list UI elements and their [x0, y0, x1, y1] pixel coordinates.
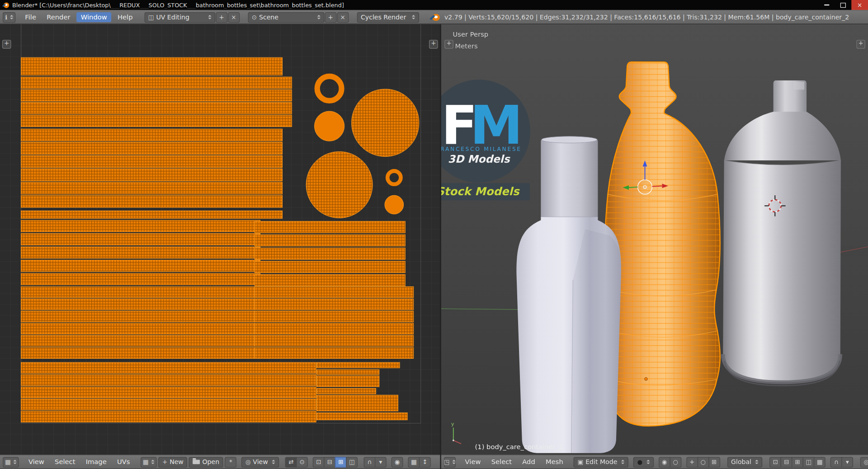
shading-select[interactable]: ● [633, 457, 654, 467]
delete-scene-button[interactable]: × [337, 12, 349, 22]
pivot-center-button[interactable]: ◉ [659, 457, 670, 467]
uv-menu-view[interactable]: View [24, 457, 48, 467]
vp-menu-view[interactable]: View [461, 457, 485, 467]
opengl-render-button[interactable]: ◎ [860, 457, 868, 467]
menu-help[interactable]: Help [113, 12, 137, 22]
vp-menu-add[interactable]: Add [518, 457, 540, 467]
uv-scopes-button[interactable]: ↕ [419, 457, 431, 467]
updown-arrows-icon [646, 460, 650, 464]
uv-menu-uvs[interactable]: UVs [113, 457, 134, 467]
window-title: Blender* [C:\Users\franc\Desktop\___REDU… [12, 2, 344, 9]
uv-pivot-value: View [253, 458, 268, 466]
uv-display-group: ▦ ↕ [408, 457, 431, 467]
snap-target-button[interactable]: ▾ [842, 457, 854, 467]
maximize-button[interactable] [835, 0, 852, 10]
uv-menu-image[interactable]: Image [81, 457, 111, 467]
uv-menu-select[interactable]: Select [50, 457, 80, 467]
image-open-button[interactable]: Open [189, 457, 223, 467]
units-label: Meters [455, 42, 478, 50]
orientation-value: Global [731, 458, 751, 466]
snap-button[interactable]: ∩ [830, 457, 842, 467]
uv-proportional-edit-button[interactable]: ◉ [392, 457, 403, 467]
vp-menu-mesh[interactable]: Mesh [541, 457, 567, 467]
vp-menu-select[interactable]: Select [487, 457, 516, 467]
viewport-canvas[interactable]: F M FRANCESCO MILANESE 3D Models Stock M… [441, 24, 868, 455]
translate-manipulator-button[interactable]: + [686, 457, 698, 467]
viewport-editor-icon: ◳ [444, 458, 450, 465]
mode-value: Edit Mode [585, 458, 617, 466]
uv-sticky-select-button[interactable]: ⊙ [296, 457, 308, 467]
watermark-name: FRANCESCO MILANESE [441, 146, 522, 152]
uv-snap-group: ∩ ▾ [364, 457, 387, 467]
folder-icon [193, 460, 200, 464]
limit-select-button[interactable]: ▦ [814, 457, 826, 467]
uv-draw-type-button[interactable]: ▦ [408, 457, 420, 467]
uv-edge-mode-button[interactable]: ⊟ [324, 457, 335, 467]
viewport-header: ◳ View Select Add Mesh ▣ Edit Mode ● ◉ ○… [441, 455, 868, 469]
mode-select[interactable]: ▣ Edit Mode [574, 457, 628, 467]
menu-render[interactable]: Render [42, 12, 75, 22]
minimize-icon [824, 5, 829, 5]
image-pin-button[interactable]: * [225, 457, 236, 467]
image-new-button[interactable]: + New [158, 457, 187, 467]
uv-sync-select-button[interactable]: ⇄ [285, 457, 297, 467]
select-mode-group: ⊡ ⊟ ⊞ ◫ ▦ [769, 457, 826, 467]
uv-island-mode-button[interactable]: ◫ [346, 457, 358, 467]
rotate-manipulator-button[interactable]: ○ [697, 457, 709, 467]
scale-manipulator-button[interactable]: ⊞ [708, 457, 720, 467]
scene-select[interactable]: ⊙ Scene [248, 12, 324, 22]
image-open-label: Open [203, 458, 220, 466]
menu-window[interactable]: Window [76, 12, 112, 22]
occlude-button[interactable]: ◫ [803, 457, 815, 467]
minimize-button[interactable] [818, 0, 835, 10]
uv-editor-type-select[interactable]: ▦ [3, 457, 19, 467]
pivot-align-button[interactable]: ○ [670, 457, 681, 467]
toolshelf-expand-icon[interactable]: + [444, 40, 453, 49]
screen-layout-icon: ◫ [148, 14, 154, 21]
stats-text: v2.79 | Verts:15,620/15,620 | Edges:31,2… [444, 13, 849, 21]
region-expand-right-icon[interactable]: + [429, 40, 438, 49]
blender-app-icon [2, 1, 9, 9]
uv-snap-target-button[interactable]: ▾ [375, 457, 387, 467]
image-browse-button[interactable]: ▦ [141, 457, 157, 467]
image-new-label: New [170, 458, 184, 466]
face-select-button[interactable]: ⊞ [792, 457, 803, 467]
updown-arrows-icon [208, 15, 211, 19]
svg-text:y: y [451, 421, 454, 427]
add-layout-button[interactable]: + [216, 12, 227, 22]
uv-canvas[interactable] [0, 24, 440, 455]
solid-shading-icon: ● [637, 458, 642, 465]
active-object-label: (1) body_care_container_2 [475, 443, 563, 450]
add-scene-button[interactable]: + [325, 12, 336, 22]
edge-select-button[interactable]: ⊟ [781, 457, 793, 467]
datablock-icon: ▦ [143, 458, 149, 465]
updown-arrows-icon [412, 15, 415, 19]
render-engine-select[interactable]: Cycles Render [357, 12, 419, 22]
viewport-editor-type-select[interactable]: ◳ [444, 457, 456, 467]
image-editor-icon: ▦ [5, 458, 11, 465]
updown-arrows-icon [453, 460, 456, 464]
plus-icon: + [162, 458, 167, 465]
delete-layout-button[interactable]: × [228, 12, 240, 22]
region-expand-left-icon[interactable]: + [2, 40, 11, 49]
properties-expand-icon[interactable]: + [856, 40, 865, 49]
uv-pivot-select[interactable]: ◎ View [241, 457, 279, 467]
vertex-select-button[interactable]: ⊡ [769, 457, 781, 467]
close-button[interactable]: × [851, 0, 868, 10]
scene-icon: ⊙ [252, 14, 257, 21]
uv-sync-group: ⇄ ⊙ [285, 457, 308, 467]
menu-file[interactable]: File [21, 12, 41, 22]
screen-layout-select[interactable]: ◫ UV Editing [144, 12, 215, 22]
orientation-select[interactable]: Global [727, 457, 763, 467]
scene-widget: ⊙ Scene + × [248, 12, 349, 22]
updown-arrows-icon [14, 460, 17, 464]
manipulator-group: + ○ ⊞ [686, 457, 720, 467]
maximize-icon [840, 3, 846, 8]
uv-editor: + + [0, 24, 440, 455]
editor-type-select[interactable]: ℹ [3, 12, 15, 22]
uv-vertex-mode-button[interactable]: ⊡ [313, 457, 325, 467]
updown-arrows-icon [272, 460, 275, 464]
uv-face-mode-button[interactable]: ⊞ [335, 457, 347, 467]
screen-layout-value: UV Editing [156, 13, 189, 21]
uv-snap-button[interactable]: ∩ [364, 457, 376, 467]
